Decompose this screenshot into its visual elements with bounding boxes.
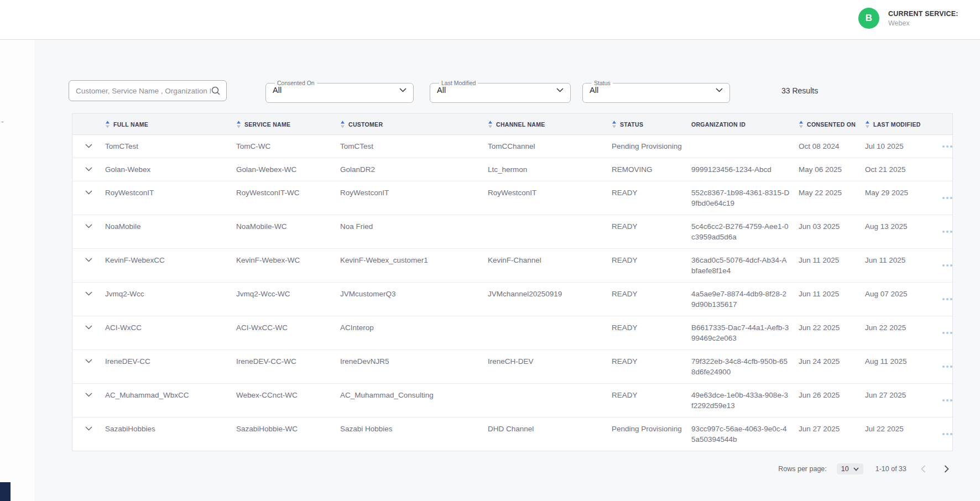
sort-icon[interactable] bbox=[799, 121, 804, 128]
cell-service-name: IreneDEV-CC-WC bbox=[236, 350, 340, 373]
column-header-organization-id[interactable]: ORGANIZATION ID bbox=[691, 121, 799, 128]
sort-icon[interactable] bbox=[612, 121, 617, 128]
sidebar-collapse-dash[interactable]: - bbox=[1, 117, 4, 126]
cell-channel-name bbox=[488, 215, 612, 227]
column-header-label: CHANNEL NAME bbox=[496, 121, 545, 128]
cell-organization-id: 93cc997c-56ae-4063-9e0c-45a50394544b bbox=[691, 418, 799, 451]
cell-status: READY bbox=[612, 215, 691, 238]
row-menu-button[interactable] bbox=[935, 145, 952, 148]
cell-full-name: SazabiHobbies bbox=[105, 418, 236, 440]
sort-icon[interactable] bbox=[236, 121, 241, 128]
table-row: KevinF-WebexCC KevinF-Webex-WC KevinF-We… bbox=[72, 249, 952, 283]
row-menu-button[interactable] bbox=[935, 332, 952, 334]
row-expander[interactable] bbox=[72, 350, 105, 363]
row-menu-button[interactable] bbox=[935, 264, 952, 267]
ellipsis-icon bbox=[942, 231, 952, 233]
cell-consented-on: Jun 11 2025 bbox=[799, 283, 865, 305]
column-header-customer[interactable]: CUSTOMER bbox=[340, 121, 488, 128]
cell-full-name: NoaMobile bbox=[105, 215, 236, 238]
table-row: AC_Muhammad_WbxCC Webex-CCnct-WC AC_Muha… bbox=[72, 384, 952, 418]
cell-status: READY bbox=[612, 350, 691, 373]
search-icon[interactable] bbox=[211, 86, 221, 96]
cell-full-name: RoyWestconIT bbox=[105, 181, 236, 204]
avatar[interactable]: B bbox=[858, 8, 879, 29]
column-header-channel-name[interactable]: CHANNEL NAME bbox=[488, 121, 612, 128]
current-service-text: CURRENT SERVICE: Webex bbox=[888, 10, 958, 27]
filter-last-modified[interactable]: Last Modified All bbox=[430, 80, 571, 103]
current-service-value: Webex bbox=[888, 19, 958, 27]
filter-status[interactable]: Status All bbox=[582, 80, 730, 103]
row-expander[interactable] bbox=[72, 316, 105, 330]
table-row: NoaMobile NoaMobile-WC Noa Fried READY 5… bbox=[72, 215, 952, 249]
chevron-down-icon bbox=[85, 291, 92, 296]
row-menu-button[interactable] bbox=[935, 298, 952, 300]
sort-icon[interactable] bbox=[340, 121, 345, 128]
cell-consented-on: Jun 11 2025 bbox=[799, 249, 865, 272]
cell-customer: RoyWestconIT bbox=[340, 181, 488, 204]
row-expander[interactable] bbox=[72, 158, 105, 171]
cell-service-name: KevinF-Webex-WC bbox=[236, 249, 340, 272]
row-expander[interactable] bbox=[72, 384, 105, 397]
sort-icon[interactable] bbox=[865, 121, 870, 128]
table-row: IreneDEV-CC IreneDEV-CC-WC IreneDevNJR5 … bbox=[72, 350, 952, 384]
next-page-button[interactable] bbox=[940, 462, 953, 476]
column-header-label: CUSTOMER bbox=[348, 121, 383, 128]
row-expander[interactable] bbox=[72, 249, 105, 262]
table-row: Golan-Webex Golan-Webex-WC GolanDR2 Ltc_… bbox=[72, 158, 952, 181]
row-menu-button[interactable] bbox=[935, 399, 952, 401]
row-menu-button[interactable] bbox=[935, 231, 952, 233]
cell-full-name: IreneDEV-CC bbox=[105, 350, 236, 373]
rows-per-page-label: Rows per page: bbox=[778, 465, 827, 473]
column-header-full-name[interactable]: FULL NAME bbox=[105, 121, 236, 128]
ellipsis-icon bbox=[942, 145, 952, 148]
chevron-down-icon bbox=[399, 88, 406, 92]
column-header-consented-on[interactable]: CONSENTED ON bbox=[799, 121, 865, 128]
row-menu-button[interactable] bbox=[935, 433, 952, 435]
left-sidebar-strip: - bbox=[0, 40, 34, 501]
cell-channel-name: RoyWestconIT bbox=[488, 181, 612, 204]
cell-customer: JVMcustomerQ3 bbox=[340, 283, 488, 305]
column-header-service-name[interactable]: SERVICE NAME bbox=[236, 121, 340, 128]
sort-icon[interactable] bbox=[105, 121, 110, 128]
cell-full-name: Jvmq2-Wcc bbox=[105, 283, 236, 305]
chevron-down-icon bbox=[85, 426, 92, 431]
chevron-down-icon bbox=[85, 144, 92, 148]
column-header-label: CONSENTED ON bbox=[807, 121, 856, 128]
row-menu-button[interactable] bbox=[935, 366, 952, 368]
pagination: Rows per page: 10 1-10 of 33 bbox=[72, 462, 953, 476]
table-row: ACI-WxCC ACI-WxCC-WC ACInterop READY B66… bbox=[72, 316, 952, 350]
previous-page-button[interactable] bbox=[916, 462, 930, 476]
cell-service-name: TomC-WC bbox=[236, 135, 340, 158]
row-expander[interactable] bbox=[72, 418, 105, 431]
row-expander[interactable] bbox=[72, 215, 105, 228]
row-expander[interactable] bbox=[72, 283, 105, 296]
cell-service-name: Webex-CCnct-WC bbox=[236, 384, 340, 406]
chevron-down-icon bbox=[85, 224, 92, 228]
current-service-chip[interactable]: B CURRENT SERVICE: Webex bbox=[858, 8, 958, 29]
chevron-down-icon bbox=[556, 88, 564, 92]
cell-service-name: Golan-Webex-WC bbox=[236, 158, 340, 181]
column-header-last-modified[interactable]: LAST MODIFIED bbox=[865, 121, 935, 128]
rows-per-page-select[interactable]: 10 bbox=[837, 463, 863, 474]
cell-organization-id: 49e63dce-1e0b-433a-908e-3f2292d59e13 bbox=[691, 384, 799, 417]
search-input[interactable] bbox=[76, 87, 211, 95]
row-expander[interactable] bbox=[72, 181, 105, 195]
sort-icon[interactable] bbox=[488, 121, 493, 128]
filter-consented-on[interactable]: Consented On All bbox=[265, 80, 414, 103]
row-expander[interactable] bbox=[72, 135, 105, 148]
cell-status: REMOVING bbox=[612, 158, 691, 181]
table-row: SazabiHobbies SazabiHobbie-WC Sazabi Hob… bbox=[72, 418, 952, 451]
cell-consented-on: Oct 08 2024 bbox=[799, 135, 865, 158]
cell-organization-id: 4a5ae9e7-8874-4db9-8f28-29d90b135617 bbox=[691, 283, 799, 316]
chevron-down-icon bbox=[716, 88, 723, 92]
cell-channel-name bbox=[488, 384, 612, 396]
chevron-down-icon bbox=[85, 359, 92, 363]
cell-status: READY bbox=[612, 249, 691, 272]
column-header-status[interactable]: STATUS bbox=[612, 121, 691, 128]
cell-last-modified: Jul 10 2025 bbox=[865, 135, 935, 158]
row-menu-button[interactable] bbox=[935, 197, 952, 199]
ellipsis-icon bbox=[942, 332, 952, 334]
cell-full-name: TomCTest bbox=[105, 135, 236, 158]
cell-last-modified: Aug 07 2025 bbox=[865, 283, 935, 305]
cell-service-name: RoyWestconIT-WC bbox=[236, 181, 340, 204]
